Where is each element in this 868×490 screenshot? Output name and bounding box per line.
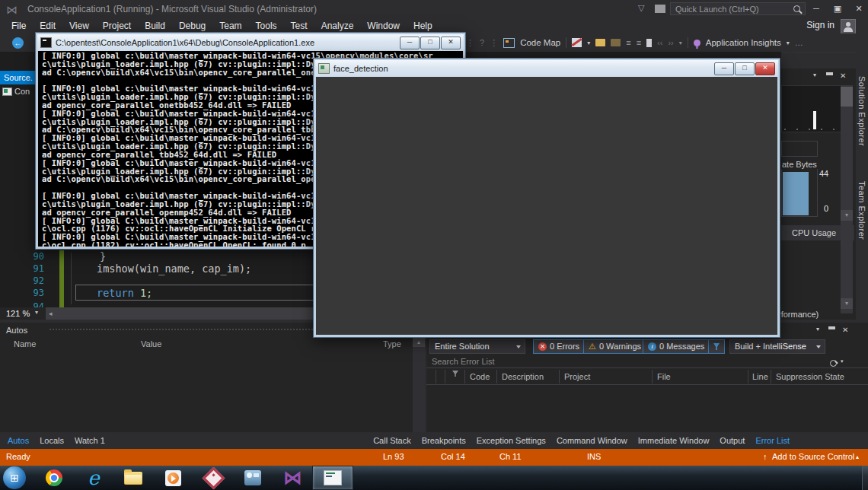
menu-build[interactable]: Build <box>138 21 172 31</box>
scope-dropdown[interactable]: Entire Solution <box>429 339 525 354</box>
prev-bookmark-icon[interactable]: ‹‹ <box>657 38 662 47</box>
autos-scrollbar[interactable] <box>413 337 425 432</box>
messages-toggle[interactable]: i 0 Messages <box>643 339 710 354</box>
search-icon[interactable] <box>830 356 837 370</box>
close-button[interactable]: ✕ <box>755 62 775 75</box>
scrollbar-down-icon[interactable]: ▾ <box>841 210 853 221</box>
application-insights-button[interactable]: Application Insights <box>706 38 781 47</box>
help-icon[interactable]: ? <box>480 38 484 47</box>
taskbar-diamond-app-button[interactable] <box>193 466 233 490</box>
chevron-down-icon[interactable]: ▾ <box>841 358 844 364</box>
show-desktop-button[interactable] <box>862 466 868 490</box>
autos-column-type[interactable]: Type <box>383 339 401 348</box>
tab-team-explorer[interactable]: Team Explorer <box>857 181 866 240</box>
menu-analyze[interactable]: Analyze <box>314 21 361 31</box>
tab-console[interactable]: Con <box>0 85 37 97</box>
menu-project[interactable]: Project <box>96 21 138 31</box>
taskbar-ie-button[interactable]: e <box>74 466 113 490</box>
zoom-level[interactable]: 121 % <box>6 309 30 318</box>
code-map-button[interactable]: Code Map <box>520 38 560 47</box>
menu-view[interactable]: View <box>62 21 96 31</box>
minimize-button[interactable]: ─ <box>806 0 827 18</box>
scrollbar-thumb[interactable] <box>841 87 853 107</box>
sign-in-link[interactable]: Sign in <box>806 20 834 30</box>
code-line-91[interactable]: imshow(win_name, cap_im); <box>97 262 251 275</box>
navigate-back-icon[interactable]: ← <box>12 37 24 49</box>
tab-locals[interactable]: Locals <box>34 436 69 445</box>
people-icon[interactable] <box>655 5 665 13</box>
menu-help[interactable]: Help <box>407 21 439 31</box>
restore-button[interactable]: ▣ <box>827 0 848 18</box>
dropdown-caret-icon[interactable]: ▾ <box>587 40 590 46</box>
code-line-90[interactable]: } <box>100 250 106 262</box>
dropdown-caret-icon[interactable]: ▾ <box>787 40 790 46</box>
face-detection-title-bar[interactable]: face_detection ─ □ ✕ <box>315 60 778 77</box>
zoom-dropdown-icon[interactable]: ▾ <box>35 309 38 316</box>
tab-watch-1[interactable]: Watch 1 <box>69 436 110 445</box>
panel-dropdown-icon[interactable]: ▾ <box>816 326 819 332</box>
panel-dropdown-icon[interactable]: ▾ <box>813 72 816 78</box>
tab-immediate-window[interactable]: Immediate Window <box>633 436 715 445</box>
taskbar-explorer-button[interactable] <box>113 466 153 490</box>
panel-close-icon[interactable]: ✕ <box>840 72 846 80</box>
close-button[interactable]: ✕ <box>441 37 461 49</box>
taskbar-visual-studio-button[interactable]: ⋈ <box>273 466 312 490</box>
panel-close-icon[interactable]: ✕ <box>842 326 848 334</box>
toolbar-overflow-icon[interactable]: … <box>795 38 803 47</box>
tab-breakpoints[interactable]: Breakpoints <box>416 436 471 445</box>
taskbar-media-player-button[interactable] <box>153 466 193 490</box>
maximize-button[interactable]: □ <box>420 37 440 49</box>
folder-icon[interactable] <box>611 39 621 46</box>
next-bookmark-icon[interactable]: ›› <box>668 38 673 47</box>
horizontal-scrollbar[interactable]: ◂ <box>46 307 314 320</box>
column-description[interactable]: Description <box>502 372 544 381</box>
bookmark-icon[interactable] <box>646 39 652 47</box>
tab-error-list[interactable]: Error List <box>750 436 795 445</box>
face-detection-window[interactable]: face_detection ─ □ ✕ <box>313 58 780 338</box>
tab-output[interactable]: Output <box>714 436 750 445</box>
taskbar-console-app-button[interactable] <box>312 466 353 490</box>
account-avatar[interactable] <box>841 19 856 34</box>
tab-call-stack[interactable]: Call Stack <box>368 436 416 445</box>
diagnostics-scrollbar[interactable] <box>841 85 853 313</box>
minimize-button[interactable]: ─ <box>714 62 734 75</box>
tab-exception-settings[interactable]: Exception Settings <box>471 436 551 445</box>
tab-solution-explorer[interactable]: Solution Explorer <box>857 76 866 146</box>
autos-column-name[interactable]: Name <box>14 339 36 348</box>
close-button[interactable]: ✕ <box>848 0 868 18</box>
menu-debug[interactable]: Debug <box>172 21 212 31</box>
indent-icon[interactable]: ≡ <box>637 38 641 47</box>
column-line[interactable]: Line <box>752 372 768 381</box>
column-project[interactable]: Project <box>564 372 590 381</box>
quick-launch-input[interactable]: Quick Launch (Ctrl+Q) <box>670 2 806 15</box>
scrollbar-up-icon[interactable]: ▴ <box>413 337 425 347</box>
tab-source-file[interactable]: Source. <box>0 71 37 84</box>
column-code[interactable]: Code <box>470 372 490 381</box>
scrollbar-down-icon[interactable]: ▾ <box>841 298 853 309</box>
start-button[interactable]: ⊞ <box>3 466 26 489</box>
tab-command-window[interactable]: Command Window <box>551 436 633 445</box>
step-icon[interactable]: ⋮ <box>466 38 474 48</box>
chevron-up-icon[interactable]: ▴ <box>856 453 859 460</box>
taskbar-control-app-button[interactable] <box>233 466 273 490</box>
code-map-icon[interactable] <box>503 38 515 48</box>
add-to-source-control-button[interactable]: Add to Source Control <box>772 452 854 461</box>
new-folder-icon[interactable] <box>595 39 605 46</box>
menu-tools[interactable]: Tools <box>249 21 284 31</box>
outdent-icon[interactable]: ≡ <box>626 38 630 47</box>
column-suppression-state[interactable]: Suppression State <box>776 372 844 381</box>
application-insights-icon[interactable] <box>694 40 700 46</box>
dropdown-caret-icon[interactable]: ▾ <box>679 40 682 46</box>
filter-button[interactable] <box>708 339 725 354</box>
diagnostics-timeline[interactable] <box>781 85 842 132</box>
menu-file[interactable]: File <box>5 21 33 31</box>
minimize-button[interactable]: ─ <box>400 37 420 49</box>
column-file[interactable]: File <box>657 372 671 381</box>
warnings-toggle[interactable]: ⚠ 0 Warnings <box>583 339 646 354</box>
code-analysis-icon[interactable] <box>572 38 582 47</box>
menu-edit[interactable]: Edit <box>33 21 62 31</box>
menu-team[interactable]: Team <box>212 21 248 31</box>
console-title-bar[interactable]: C:\opentest\ConsoleApplication1\x64\Debu… <box>37 34 464 51</box>
taskbar-chrome-button[interactable] <box>34 466 74 490</box>
menu-test[interactable]: Test <box>284 21 314 31</box>
